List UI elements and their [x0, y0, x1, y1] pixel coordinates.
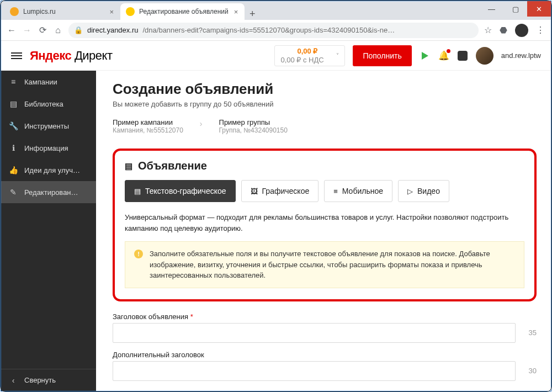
breadcrumb-group[interactable]: Пример группы Группа, №4324090150: [219, 118, 288, 134]
breadcrumb-meta: Кампания, №55512070: [113, 126, 183, 134]
tab-title: Редактирование объявлений: [139, 8, 229, 15]
ad-type-label: Текстово-графическое: [145, 187, 226, 195]
required-marker: *: [190, 312, 193, 321]
field-label-headline: Заголовок объявления *: [113, 312, 537, 321]
text-graphic-icon: ▤: [134, 187, 141, 195]
field-label-text: Заголовок объявления: [113, 312, 188, 321]
sidebar-item-tools[interactable]: 🔧 Инструменты: [1, 115, 96, 137]
user-avatar[interactable]: [476, 47, 493, 65]
tab-strip: Lumpics.ru × Редактирование объявлений ×…: [1, 1, 551, 20]
ad-type-graphic[interactable]: 🖼 Графическое: [241, 180, 319, 202]
info-icon: ℹ: [9, 144, 18, 152]
breadcrumb-campaign[interactable]: Пример кампании Кампания, №55512070: [113, 118, 183, 134]
ad-type-text-graphic[interactable]: ▤ Текстово-графическое: [125, 180, 236, 202]
page-title: Создание объявлений: [113, 81, 537, 98]
favicon-icon: [10, 7, 19, 16]
balance-amount: 0,00 ₽: [280, 41, 332, 56]
browser-menu-button[interactable]: ⋮: [536, 25, 545, 35]
tab-direct-edit[interactable]: Редактирование объявлений ×: [120, 3, 245, 20]
username-label[interactable]: and.rew.lptw: [501, 51, 541, 60]
page-subtitle: Вы можете добавить в группу до 50 объявл…: [113, 100, 537, 108]
new-tab-button[interactable]: +: [245, 8, 260, 20]
menu-toggle-button[interactable]: [11, 52, 22, 59]
sidebar-collapse-button[interactable]: ‹ Свернуть: [1, 369, 96, 391]
ad-type-buttons: ▤ Текстово-графическое 🖼 Графическое ≡ М…: [125, 180, 524, 202]
breadcrumb-name: Пример группы: [219, 118, 288, 126]
ad-type-mobile[interactable]: ≡ Мобильное: [324, 180, 392, 202]
tab-close-icon[interactable]: ×: [108, 8, 115, 16]
char-counter: 30: [520, 367, 537, 375]
sidebar-item-label: Кампании: [24, 78, 57, 86]
lock-icon: 🔒: [74, 26, 83, 34]
sidebar-item-campaigns[interactable]: ≡ Кампании: [1, 71, 96, 93]
nav-home-button[interactable]: ⌂: [53, 25, 63, 35]
nav-forward-button[interactable]: →: [22, 25, 32, 35]
notifications-icon[interactable]: 🔔: [438, 50, 449, 61]
app-logo[interactable]: Яндекс Директ: [30, 49, 113, 63]
breadcrumb-meta: Группа, №4324090150: [219, 126, 288, 134]
field-label-subheadline: Дополнительный заголовок: [113, 351, 537, 359]
window-close-button[interactable]: ✕: [527, 1, 551, 17]
sidebar-item-label: Библиотека: [24, 100, 63, 108]
section-title-text: Объявление: [138, 160, 207, 172]
thumbs-up-icon: 👍: [9, 166, 18, 174]
pencil-icon: ✎: [9, 188, 18, 197]
ad-type-label: Мобильное: [342, 187, 383, 195]
window-maximize-button[interactable]: ▢: [503, 1, 527, 17]
breadcrumb: Пример кампании Кампания, №55512070 › Пр…: [113, 118, 537, 134]
section-title: ▤ Объявление: [125, 160, 524, 172]
info-banner-text: Заполните обязательные поля и вы получит…: [150, 248, 515, 281]
char-counter: 35: [520, 329, 537, 337]
address-bar-row: ← → ⟳ ⌂ 🔒 direct.yandex.ru/dna/banners-e…: [1, 20, 551, 41]
nav-reload-button[interactable]: ⟳: [38, 25, 47, 35]
ad-type-section-highlight: ▤ Объявление ▤ Текстово-графическое 🖼 Гр…: [113, 149, 537, 301]
app-header: Яндекс Директ 0,00 ₽ 0,00 ₽ с НДС ˅ Попо…: [1, 41, 551, 71]
video-icon: ▷: [407, 187, 413, 195]
sidebar-item-info[interactable]: ℹ Информация: [1, 137, 96, 159]
headline-input[interactable]: [113, 323, 516, 343]
left-sidebar: ≡ Кампании ▤ Библиотека 🔧 Инструменты ℹ …: [1, 71, 96, 391]
sidebar-item-library[interactable]: ▤ Библиотека: [1, 93, 96, 115]
sidebar-item-ideas[interactable]: 👍 Идеи для улуч…: [1, 159, 96, 181]
url-host: direct.yandex.ru: [87, 26, 139, 34]
bookmark-star-icon[interactable]: ☆: [484, 25, 492, 35]
sidebar-item-label: Информация: [24, 144, 68, 152]
library-icon: ▤: [9, 99, 18, 108]
chevron-down-icon: ˅: [336, 52, 339, 59]
balance-widget[interactable]: 0,00 ₽ 0,00 ₽ с НДС ˅: [274, 45, 345, 66]
nav-back-button[interactable]: ←: [7, 25, 17, 35]
subheadline-input[interactable]: [113, 361, 516, 381]
extension-icon[interactable]: ⬣: [500, 25, 507, 35]
sidebar-item-label: Редактирован…: [24, 188, 78, 197]
mobile-icon: ≡: [333, 187, 338, 195]
ad-type-label: Графическое: [262, 187, 310, 195]
info-banner: ! Заполните обязательные поля и вы получ…: [125, 241, 524, 288]
sidebar-item-label: Инструменты: [24, 122, 69, 130]
list-icon: ≡: [9, 77, 18, 86]
ad-section-icon: ▤: [125, 161, 132, 171]
tab-close-icon[interactable]: ×: [233, 8, 240, 16]
ad-type-description: Универсальный формат — подходит для рекл…: [125, 212, 524, 234]
tab-title: Lumpics.ru: [23, 8, 56, 15]
profile-avatar-icon[interactable]: [515, 24, 528, 37]
balance-sub: 0,00 ₽ с НДС: [280, 56, 332, 65]
tab-lumpics[interactable]: Lumpics.ru ×: [4, 3, 120, 20]
window-minimize-button[interactable]: —: [480, 1, 503, 17]
warning-icon: !: [134, 250, 143, 258]
breadcrumb-name: Пример кампании: [113, 118, 183, 126]
sidebar-item-editing[interactable]: ✎ Редактирован…: [1, 181, 96, 203]
breadcrumb-separator-icon: ›: [200, 118, 203, 128]
play-icon[interactable]: [420, 52, 431, 60]
sidebar-item-label: Идеи для улуч…: [24, 166, 80, 174]
topup-button[interactable]: Пополнить: [353, 45, 411, 66]
image-icon: 🖼: [251, 187, 258, 195]
logo-yandex: Яндекс: [30, 49, 71, 62]
address-bar[interactable]: 🔒 direct.yandex.ru/dna/banners-edit?camp…: [68, 23, 479, 38]
chevron-left-icon: ‹: [9, 376, 18, 385]
sidebar-collapse-label: Свернуть: [24, 376, 56, 384]
wrench-icon: 🔧: [9, 121, 18, 130]
logo-direct: Директ: [75, 49, 113, 62]
favicon-icon: [126, 7, 135, 16]
ad-type-video[interactable]: ▷ Видео: [398, 180, 449, 202]
messages-icon[interactable]: [457, 51, 468, 61]
